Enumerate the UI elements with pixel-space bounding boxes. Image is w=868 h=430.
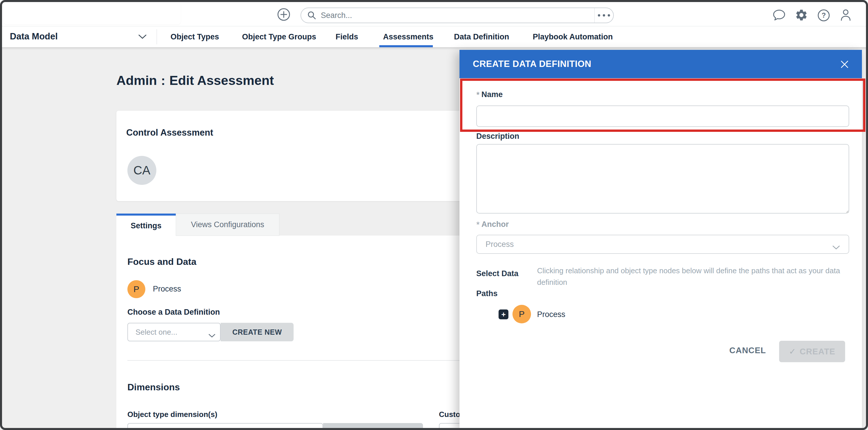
select-data-paths-helper: Clicking relationship and object type no…: [537, 265, 848, 288]
description-label: Description: [476, 132, 519, 141]
user-menu-button[interactable]: [839, 8, 852, 23]
question-circle-icon: ?: [817, 9, 830, 23]
create-new-button[interactable]: CREATE NEW: [221, 323, 293, 341]
cancel-button[interactable]: CANCEL: [727, 345, 768, 355]
drawer-title: CREATE DATA DEFINITION: [473, 59, 591, 69]
name-label: *Name: [476, 90, 503, 100]
anchor-label: *Anchor: [476, 220, 509, 229]
process-node-initial: P: [133, 284, 139, 294]
anchor-select-value: Process: [486, 240, 514, 249]
dimensions-heading: Dimensions: [127, 382, 180, 393]
person-icon: [839, 8, 852, 23]
tab-views-configurations[interactable]: Views Configurations: [176, 213, 279, 236]
chevron-down-icon: [138, 34, 147, 40]
name-input[interactable]: [476, 106, 849, 127]
page-title-main: Edit Assessment: [169, 73, 274, 88]
tab-data-definition[interactable]: Data Definition: [454, 32, 509, 41]
object-type-dimensions-button[interactable]: [323, 423, 423, 430]
choose-data-definition-label: Choose a Data Definition: [127, 308, 220, 317]
chevron-down-icon: [832, 243, 840, 252]
check-icon: ✓: [789, 347, 796, 356]
description-textarea[interactable]: [476, 144, 849, 213]
expand-node-button[interactable]: +: [499, 310, 508, 319]
data-definition-select-value: Select one...: [135, 328, 178, 337]
drawer-header: CREATE DATA DEFINITION: [460, 50, 862, 78]
anchor-label-text: Anchor: [482, 220, 509, 229]
settings-button[interactable]: [795, 9, 808, 23]
search-input[interactable]: [320, 11, 594, 20]
module-nav-bar: Data Model Object Types Object Type Grou…: [0, 26, 868, 47]
tree-node-label[interactable]: Process: [537, 310, 565, 319]
chevron-down-icon: [209, 331, 215, 340]
tab-fields[interactable]: Fields: [336, 32, 358, 41]
process-node-label: Process: [153, 285, 181, 293]
name-label-text: Name: [482, 90, 503, 99]
nav-divider: [157, 29, 157, 44]
tree-node-initial: P: [519, 309, 525, 319]
page-title-separator: :: [161, 73, 165, 88]
page-title: Admin:Edit Assessment: [116, 73, 274, 88]
logo-placeholder: [3, 2, 181, 24]
plus-icon: +: [501, 311, 505, 318]
close-icon[interactable]: [838, 58, 851, 71]
plus-circle-icon: [277, 7, 291, 23]
assessment-avatar-initials: CA: [133, 164, 150, 177]
create-data-definition-drawer: CREATE DATA DEFINITION *Name Description…: [460, 50, 862, 430]
object-type-dimensions-select[interactable]: [127, 423, 323, 430]
process-node-avatar: P: [127, 280, 145, 298]
module-dropdown[interactable]: Data Model: [10, 31, 58, 42]
active-tab-indicator: [379, 45, 433, 47]
anchor-select[interactable]: Process: [476, 235, 849, 254]
svg-text:?: ?: [822, 11, 826, 19]
select-data-paths-label: Select Data Paths: [476, 264, 538, 304]
help-button[interactable]: ?: [817, 9, 831, 23]
create-button[interactable]: ✓ CREATE: [779, 341, 845, 362]
focus-and-data-heading: Focus and Data: [127, 256, 196, 267]
global-search: [301, 7, 614, 23]
more-options-icon[interactable]: [595, 8, 613, 23]
add-button[interactable]: [277, 8, 291, 22]
assessment-avatar: CA: [127, 156, 156, 185]
tab-playbook-automation[interactable]: Playbook Automation: [533, 32, 613, 41]
tab-settings-local[interactable]: Settings: [116, 213, 176, 236]
tab-object-types[interactable]: Object Types: [170, 32, 219, 41]
chat-button[interactable]: [772, 9, 786, 23]
custom-dimensions-label: Custo: [439, 410, 460, 419]
create-button-label: CREATE: [800, 347, 835, 356]
data-definition-select[interactable]: Select one...: [127, 323, 221, 341]
gear-icon: [795, 8, 808, 23]
chat-bubble-icon: [772, 8, 786, 23]
page-title-prefix: Admin: [116, 73, 157, 88]
app-window: ? Data Model Object Types Object Type Gr…: [0, 0, 868, 430]
tab-assessments[interactable]: Assessments: [383, 32, 433, 41]
search-icon: [307, 10, 317, 20]
section-divider: [127, 360, 460, 361]
tab-object-type-groups[interactable]: Object Type Groups: [242, 32, 316, 41]
tab-settings-label: Settings: [131, 221, 161, 230]
tab-views-label: Views Configurations: [191, 220, 264, 229]
assessment-card-heading: Control Assessment: [126, 127, 213, 138]
object-type-dimensions-label: Object type dimension(s): [127, 410, 217, 419]
required-marker: *: [476, 220, 480, 229]
required-marker: *: [476, 90, 480, 99]
tree-node-process[interactable]: P: [513, 305, 531, 323]
